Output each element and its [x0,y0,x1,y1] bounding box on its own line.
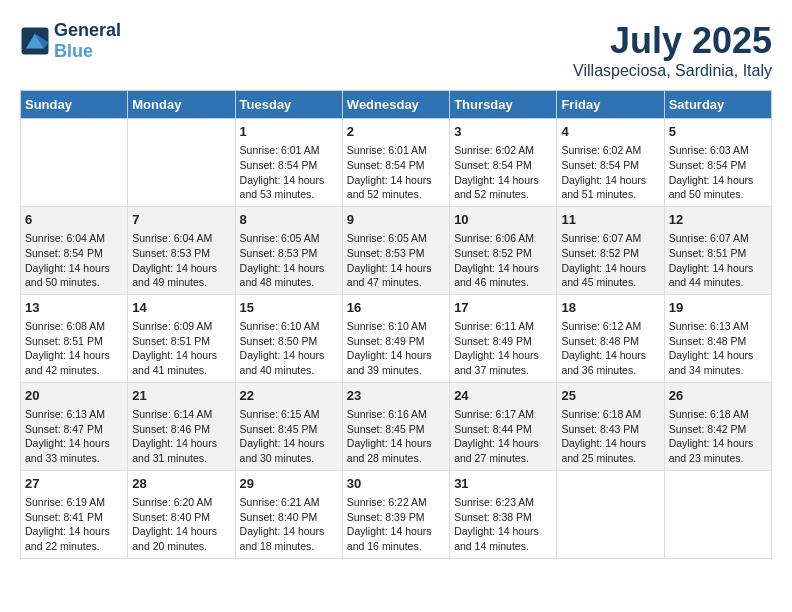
daylight-text: Daylight: 14 hours and 53 minutes. [240,173,338,202]
daylight-text: Daylight: 14 hours and 33 minutes. [25,436,123,465]
calendar-cell: 12Sunrise: 6:07 AMSunset: 8:51 PMDayligh… [664,206,771,294]
sunset-text: Sunset: 8:51 PM [132,334,230,349]
sunset-text: Sunset: 8:54 PM [561,158,659,173]
day-number: 21 [132,387,230,405]
day-number: 15 [240,299,338,317]
daylight-text: Daylight: 14 hours and 48 minutes. [240,261,338,290]
sunrise-text: Sunrise: 6:05 AM [347,231,445,246]
header-friday: Friday [557,91,664,119]
sunset-text: Sunset: 8:54 PM [240,158,338,173]
header-saturday: Saturday [664,91,771,119]
sunrise-text: Sunrise: 6:01 AM [240,143,338,158]
sunrise-text: Sunrise: 6:05 AM [240,231,338,246]
sunset-text: Sunset: 8:52 PM [561,246,659,261]
sunrise-text: Sunrise: 6:07 AM [561,231,659,246]
day-number: 28 [132,475,230,493]
sunrise-text: Sunrise: 6:19 AM [25,495,123,510]
sunrise-text: Sunrise: 6:09 AM [132,319,230,334]
sunrise-text: Sunrise: 6:16 AM [347,407,445,422]
sunrise-text: Sunrise: 6:21 AM [240,495,338,510]
calendar-week-row: 6Sunrise: 6:04 AMSunset: 8:54 PMDaylight… [21,206,772,294]
calendar-cell: 30Sunrise: 6:22 AMSunset: 8:39 PMDayligh… [342,470,449,558]
calendar-subtitle: Villaspeciosa, Sardinia, Italy [573,62,772,80]
day-number: 7 [132,211,230,229]
calendar-week-row: 13Sunrise: 6:08 AMSunset: 8:51 PMDayligh… [21,294,772,382]
daylight-text: Daylight: 14 hours and 36 minutes. [561,348,659,377]
daylight-text: Daylight: 14 hours and 37 minutes. [454,348,552,377]
calendar-cell: 21Sunrise: 6:14 AMSunset: 8:46 PMDayligh… [128,382,235,470]
day-number: 6 [25,211,123,229]
sunrise-text: Sunrise: 6:17 AM [454,407,552,422]
calendar-cell: 16Sunrise: 6:10 AMSunset: 8:49 PMDayligh… [342,294,449,382]
sunrise-text: Sunrise: 6:10 AM [240,319,338,334]
day-number: 11 [561,211,659,229]
day-number: 12 [669,211,767,229]
calendar-cell [557,470,664,558]
sunset-text: Sunset: 8:46 PM [132,422,230,437]
sunrise-text: Sunrise: 6:18 AM [669,407,767,422]
daylight-text: Daylight: 14 hours and 34 minutes. [669,348,767,377]
day-number: 13 [25,299,123,317]
day-number: 30 [347,475,445,493]
calendar-week-row: 20Sunrise: 6:13 AMSunset: 8:47 PMDayligh… [21,382,772,470]
day-number: 20 [25,387,123,405]
title-block: July 2025 Villaspeciosa, Sardinia, Italy [573,20,772,80]
daylight-text: Daylight: 14 hours and 52 minutes. [347,173,445,202]
sunset-text: Sunset: 8:40 PM [132,510,230,525]
daylight-text: Daylight: 14 hours and 22 minutes. [25,524,123,553]
sunrise-text: Sunrise: 6:22 AM [347,495,445,510]
sunset-text: Sunset: 8:54 PM [347,158,445,173]
header-thursday: Thursday [450,91,557,119]
calendar-cell: 2Sunrise: 6:01 AMSunset: 8:54 PMDaylight… [342,119,449,207]
calendar-cell: 27Sunrise: 6:19 AMSunset: 8:41 PMDayligh… [21,470,128,558]
calendar-cell: 29Sunrise: 6:21 AMSunset: 8:40 PMDayligh… [235,470,342,558]
sunset-text: Sunset: 8:44 PM [454,422,552,437]
day-number: 24 [454,387,552,405]
sunset-text: Sunset: 8:43 PM [561,422,659,437]
daylight-text: Daylight: 14 hours and 52 minutes. [454,173,552,202]
calendar-cell: 20Sunrise: 6:13 AMSunset: 8:47 PMDayligh… [21,382,128,470]
sunrise-text: Sunrise: 6:07 AM [669,231,767,246]
calendar-cell: 11Sunrise: 6:07 AMSunset: 8:52 PMDayligh… [557,206,664,294]
sunset-text: Sunset: 8:48 PM [561,334,659,349]
daylight-text: Daylight: 14 hours and 50 minutes. [25,261,123,290]
sunrise-text: Sunrise: 6:02 AM [454,143,552,158]
header-monday: Monday [128,91,235,119]
sunset-text: Sunset: 8:49 PM [454,334,552,349]
sunrise-text: Sunrise: 6:15 AM [240,407,338,422]
sunset-text: Sunset: 8:42 PM [669,422,767,437]
calendar-body: 1Sunrise: 6:01 AMSunset: 8:54 PMDaylight… [21,119,772,559]
calendar-cell: 4Sunrise: 6:02 AMSunset: 8:54 PMDaylight… [557,119,664,207]
day-number: 1 [240,123,338,141]
sunrise-text: Sunrise: 6:12 AM [561,319,659,334]
daylight-text: Daylight: 14 hours and 39 minutes. [347,348,445,377]
calendar-cell: 6Sunrise: 6:04 AMSunset: 8:54 PMDaylight… [21,206,128,294]
daylight-text: Daylight: 14 hours and 31 minutes. [132,436,230,465]
logo: General Blue [20,20,121,62]
calendar-cell: 1Sunrise: 6:01 AMSunset: 8:54 PMDaylight… [235,119,342,207]
sunset-text: Sunset: 8:51 PM [669,246,767,261]
sunset-text: Sunset: 8:45 PM [347,422,445,437]
sunrise-text: Sunrise: 6:11 AM [454,319,552,334]
sunset-text: Sunset: 8:53 PM [347,246,445,261]
daylight-text: Daylight: 14 hours and 30 minutes. [240,436,338,465]
calendar-cell: 5Sunrise: 6:03 AMSunset: 8:54 PMDaylight… [664,119,771,207]
sunset-text: Sunset: 8:47 PM [25,422,123,437]
daylight-text: Daylight: 14 hours and 14 minutes. [454,524,552,553]
daylight-text: Daylight: 14 hours and 50 minutes. [669,173,767,202]
day-number: 2 [347,123,445,141]
calendar-cell: 7Sunrise: 6:04 AMSunset: 8:53 PMDaylight… [128,206,235,294]
sunrise-text: Sunrise: 6:23 AM [454,495,552,510]
sunset-text: Sunset: 8:54 PM [25,246,123,261]
day-number: 31 [454,475,552,493]
calendar-cell: 17Sunrise: 6:11 AMSunset: 8:49 PMDayligh… [450,294,557,382]
sunset-text: Sunset: 8:50 PM [240,334,338,349]
sunset-text: Sunset: 8:53 PM [132,246,230,261]
calendar-week-row: 1Sunrise: 6:01 AMSunset: 8:54 PMDaylight… [21,119,772,207]
calendar-cell: 9Sunrise: 6:05 AMSunset: 8:53 PMDaylight… [342,206,449,294]
day-number: 19 [669,299,767,317]
calendar-table: SundayMondayTuesdayWednesdayThursdayFrid… [20,90,772,559]
calendar-cell [128,119,235,207]
calendar-cell: 15Sunrise: 6:10 AMSunset: 8:50 PMDayligh… [235,294,342,382]
sunset-text: Sunset: 8:41 PM [25,510,123,525]
